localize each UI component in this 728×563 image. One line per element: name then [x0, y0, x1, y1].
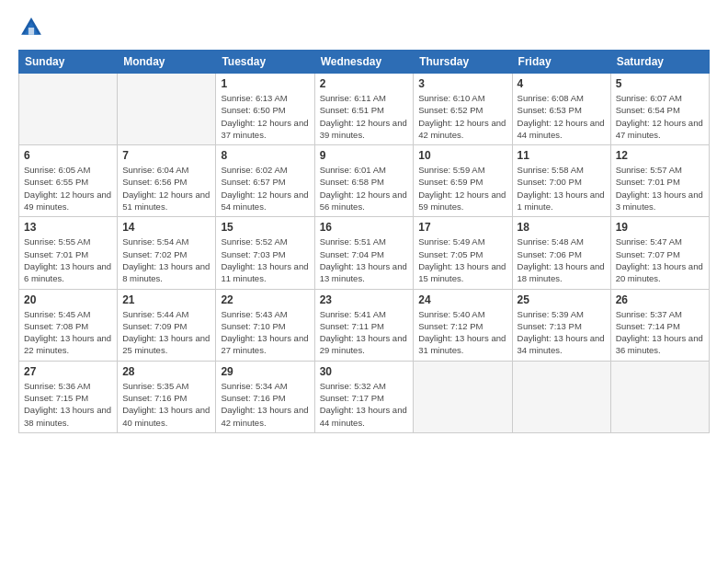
page: SundayMondayTuesdayWednesdayThursdayFrid…	[0, 0, 728, 563]
day-info: Sunrise: 5:55 AM Sunset: 7:01 PM Dayligh…	[24, 236, 112, 284]
calendar-cell: 27Sunrise: 5:36 AM Sunset: 7:15 PM Dayli…	[19, 361, 118, 432]
logo-icon	[18, 15, 44, 40]
calendar: SundayMondayTuesdayWednesdayThursdayFrid…	[18, 50, 710, 433]
calendar-cell: 1Sunrise: 6:13 AM Sunset: 6:50 PM Daylig…	[216, 74, 314, 145]
day-number: 18	[518, 221, 606, 234]
calendar-cell	[118, 74, 216, 145]
day-info: Sunrise: 5:35 AM Sunset: 7:16 PM Dayligh…	[122, 380, 210, 429]
day-info: Sunrise: 6:10 AM Sunset: 6:52 PM Dayligh…	[418, 92, 506, 141]
day-number: 25	[518, 293, 606, 306]
day-number: 16	[320, 221, 409, 234]
day-info: Sunrise: 6:11 AM Sunset: 6:51 PM Dayligh…	[320, 92, 409, 141]
day-number: 5	[616, 77, 704, 90]
day-number: 21	[122, 293, 210, 306]
calendar-cell: 20Sunrise: 5:45 AM Sunset: 7:08 PM Dayli…	[19, 289, 118, 361]
day-number: 14	[122, 221, 210, 234]
calendar-cell: 9Sunrise: 6:01 AM Sunset: 6:58 PM Daylig…	[314, 145, 414, 217]
week-row-2: 6Sunrise: 6:05 AM Sunset: 6:55 PM Daylig…	[19, 145, 710, 217]
day-info: Sunrise: 6:02 AM Sunset: 6:57 PM Dayligh…	[221, 164, 309, 213]
week-row-1: 1Sunrise: 6:13 AM Sunset: 6:50 PM Daylig…	[19, 74, 710, 145]
day-info: Sunrise: 6:04 AM Sunset: 6:56 PM Dayligh…	[122, 164, 210, 213]
calendar-cell: 22Sunrise: 5:43 AM Sunset: 7:10 PM Dayli…	[216, 289, 314, 361]
day-info: Sunrise: 5:54 AM Sunset: 7:02 PM Dayligh…	[122, 236, 210, 284]
day-info: Sunrise: 6:01 AM Sunset: 6:58 PM Dayligh…	[320, 164, 409, 213]
col-header-tuesday: Tuesday	[216, 51, 314, 74]
calendar-cell: 15Sunrise: 5:52 AM Sunset: 7:03 PM Dayli…	[216, 217, 314, 289]
col-header-monday: Monday	[118, 51, 216, 74]
day-number: 1	[221, 77, 309, 90]
day-number: 15	[221, 221, 309, 234]
calendar-cell: 12Sunrise: 5:57 AM Sunset: 7:01 PM Dayli…	[610, 145, 709, 217]
col-header-wednesday: Wednesday	[314, 51, 414, 74]
calendar-cell: 7Sunrise: 6:04 AM Sunset: 6:56 PM Daylig…	[118, 145, 216, 217]
day-info: Sunrise: 5:43 AM Sunset: 7:10 PM Dayligh…	[221, 308, 309, 357]
calendar-cell: 11Sunrise: 5:58 AM Sunset: 7:00 PM Dayli…	[512, 145, 610, 217]
day-number: 20	[24, 293, 112, 306]
day-number: 29	[221, 365, 309, 378]
day-info: Sunrise: 6:13 AM Sunset: 6:50 PM Dayligh…	[221, 92, 309, 141]
day-number: 3	[418, 77, 506, 90]
header	[18, 15, 710, 40]
day-number: 4	[518, 77, 606, 90]
calendar-header-row: SundayMondayTuesdayWednesdayThursdayFrid…	[19, 51, 710, 74]
day-number: 9	[320, 149, 409, 162]
day-info: Sunrise: 5:37 AM Sunset: 7:14 PM Dayligh…	[616, 308, 704, 357]
calendar-cell: 21Sunrise: 5:44 AM Sunset: 7:09 PM Dayli…	[118, 289, 216, 361]
calendar-cell: 8Sunrise: 6:02 AM Sunset: 6:57 PM Daylig…	[216, 145, 314, 217]
calendar-cell: 2Sunrise: 6:11 AM Sunset: 6:51 PM Daylig…	[314, 74, 414, 145]
calendar-cell	[512, 361, 610, 432]
day-info: Sunrise: 5:39 AM Sunset: 7:13 PM Dayligh…	[518, 308, 606, 357]
day-info: Sunrise: 5:45 AM Sunset: 7:08 PM Dayligh…	[24, 308, 112, 357]
day-info: Sunrise: 5:41 AM Sunset: 7:11 PM Dayligh…	[320, 308, 409, 357]
col-header-thursday: Thursday	[414, 51, 512, 74]
day-info: Sunrise: 5:48 AM Sunset: 7:06 PM Dayligh…	[518, 236, 606, 284]
day-info: Sunrise: 5:58 AM Sunset: 7:00 PM Dayligh…	[518, 164, 606, 213]
day-info: Sunrise: 5:51 AM Sunset: 7:04 PM Dayligh…	[320, 236, 409, 284]
day-number: 12	[616, 149, 704, 162]
calendar-cell: 13Sunrise: 5:55 AM Sunset: 7:01 PM Dayli…	[19, 217, 118, 289]
col-header-sunday: Sunday	[19, 51, 118, 74]
day-info: Sunrise: 5:47 AM Sunset: 7:07 PM Dayligh…	[616, 236, 704, 284]
day-info: Sunrise: 5:40 AM Sunset: 7:12 PM Dayligh…	[418, 308, 506, 357]
svg-rect-2	[28, 28, 34, 35]
calendar-cell	[414, 361, 512, 432]
day-info: Sunrise: 5:59 AM Sunset: 6:59 PM Dayligh…	[418, 164, 506, 213]
calendar-cell: 3Sunrise: 6:10 AM Sunset: 6:52 PM Daylig…	[414, 74, 512, 145]
calendar-cell: 19Sunrise: 5:47 AM Sunset: 7:07 PM Dayli…	[610, 217, 709, 289]
day-number: 6	[24, 149, 112, 162]
day-number: 13	[24, 221, 112, 234]
calendar-cell: 23Sunrise: 5:41 AM Sunset: 7:11 PM Dayli…	[314, 289, 414, 361]
col-header-saturday: Saturday	[610, 51, 709, 74]
calendar-cell: 18Sunrise: 5:48 AM Sunset: 7:06 PM Dayli…	[512, 217, 610, 289]
day-info: Sunrise: 5:32 AM Sunset: 7:17 PM Dayligh…	[320, 380, 409, 429]
calendar-cell: 26Sunrise: 5:37 AM Sunset: 7:14 PM Dayli…	[610, 289, 709, 361]
day-info: Sunrise: 6:07 AM Sunset: 6:54 PM Dayligh…	[616, 92, 704, 141]
day-info: Sunrise: 6:08 AM Sunset: 6:53 PM Dayligh…	[518, 92, 606, 141]
day-info: Sunrise: 5:49 AM Sunset: 7:05 PM Dayligh…	[418, 236, 506, 284]
day-info: Sunrise: 5:36 AM Sunset: 7:15 PM Dayligh…	[24, 380, 112, 429]
week-row-5: 27Sunrise: 5:36 AM Sunset: 7:15 PM Dayli…	[19, 361, 710, 432]
col-header-friday: Friday	[512, 51, 610, 74]
day-info: Sunrise: 6:05 AM Sunset: 6:55 PM Dayligh…	[24, 164, 112, 213]
day-number: 27	[24, 365, 112, 378]
calendar-cell: 17Sunrise: 5:49 AM Sunset: 7:05 PM Dayli…	[414, 217, 512, 289]
day-number: 24	[418, 293, 506, 306]
calendar-cell: 25Sunrise: 5:39 AM Sunset: 7:13 PM Dayli…	[512, 289, 610, 361]
day-number: 28	[122, 365, 210, 378]
calendar-cell: 29Sunrise: 5:34 AM Sunset: 7:16 PM Dayli…	[216, 361, 314, 432]
day-number: 26	[616, 293, 704, 306]
day-info: Sunrise: 5:44 AM Sunset: 7:09 PM Dayligh…	[122, 308, 210, 357]
week-row-3: 13Sunrise: 5:55 AM Sunset: 7:01 PM Dayli…	[19, 217, 710, 289]
calendar-cell: 30Sunrise: 5:32 AM Sunset: 7:17 PM Dayli…	[314, 361, 414, 432]
day-number: 30	[320, 365, 409, 378]
calendar-cell: 5Sunrise: 6:07 AM Sunset: 6:54 PM Daylig…	[610, 74, 709, 145]
calendar-cell: 28Sunrise: 5:35 AM Sunset: 7:16 PM Dayli…	[118, 361, 216, 432]
day-number: 23	[320, 293, 409, 306]
day-number: 17	[418, 221, 506, 234]
day-number: 10	[418, 149, 506, 162]
calendar-cell	[610, 361, 709, 432]
day-number: 8	[221, 149, 309, 162]
calendar-cell: 16Sunrise: 5:51 AM Sunset: 7:04 PM Dayli…	[314, 217, 414, 289]
week-row-4: 20Sunrise: 5:45 AM Sunset: 7:08 PM Dayli…	[19, 289, 710, 361]
day-info: Sunrise: 5:57 AM Sunset: 7:01 PM Dayligh…	[616, 164, 704, 213]
